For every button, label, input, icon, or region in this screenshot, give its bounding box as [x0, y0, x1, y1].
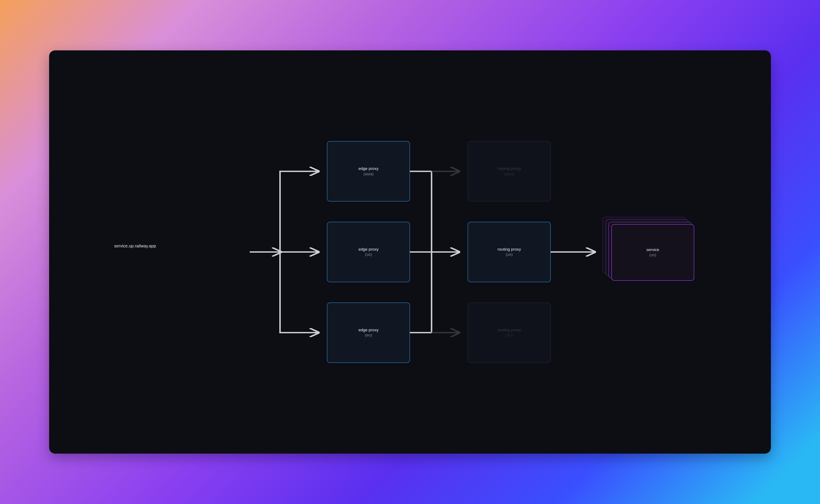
node-title: routing proxy	[498, 247, 521, 252]
node-title: routing proxy	[498, 166, 521, 171]
routing-proxy-eu: routing proxy (eu)	[468, 302, 551, 363]
node-title: edge proxy	[358, 247, 378, 252]
edge-proxy-eu: edge proxy (eu)	[327, 302, 410, 363]
source-domain-label: service.up.railway.app	[114, 244, 156, 248]
node-region: (eu)	[365, 333, 372, 338]
arrow-edge-eu-join	[410, 252, 432, 333]
routing-proxy-us: routing proxy (us)	[468, 222, 551, 282]
diagram-card: service.up.railway.app edge proxy (asia)…	[49, 50, 771, 454]
arrow-source-to-edge-eu	[280, 252, 318, 333]
arrow-source-to-edge-asia	[280, 171, 318, 252]
network-diagram: service.up.railway.app edge proxy (asia)…	[49, 50, 771, 454]
node-title: edge proxy	[358, 327, 378, 333]
service-node: service (us)	[611, 224, 694, 280]
node-title: routing proxy	[498, 327, 521, 333]
node-region: (asia)	[363, 171, 374, 177]
node-region: (asia)	[504, 171, 515, 177]
node-region: (eu)	[506, 333, 513, 338]
edge-proxy-asia: edge proxy (asia)	[327, 141, 410, 202]
routing-proxy-asia: routing proxy (asia)	[468, 141, 551, 202]
node-region: (us)	[506, 252, 513, 257]
node-title: service	[646, 247, 659, 253]
node-region: (us)	[649, 252, 656, 258]
arrow-edge-asia-join	[410, 171, 432, 252]
node-region: (us)	[365, 252, 372, 257]
node-title: edge proxy	[358, 166, 378, 171]
edge-proxy-us: edge proxy (us)	[327, 222, 410, 282]
